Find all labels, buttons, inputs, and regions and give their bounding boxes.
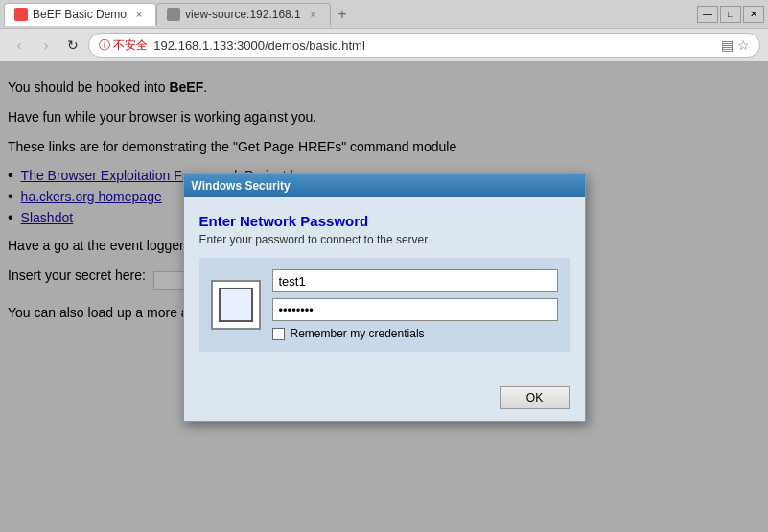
tab-label-2: view-source:192.168.1 — [185, 8, 301, 21]
remember-checkbox[interactable] — [272, 328, 285, 340]
username-input[interactable] — [272, 269, 558, 292]
dialog-content-area: Remember my credentials — [199, 258, 570, 352]
new-tab-button[interactable]: + — [331, 3, 354, 26]
modal-overlay: Windows Security Enter Network Password … — [0, 62, 768, 532]
security-dialog: Windows Security Enter Network Password … — [183, 173, 586, 422]
dialog-heading-prefix: Enter Network Password — [199, 213, 369, 229]
cast-icon[interactable]: ▤ — [721, 37, 733, 53]
security-icon: ⓘ — [99, 38, 110, 52]
checkbox-row: Remember my credentials — [272, 327, 558, 340]
tab-label-1: BeEF Basic Demo — [33, 8, 127, 21]
security-label: 不安全 — [113, 38, 148, 52]
url-icons: ▤ ☆ — [721, 37, 750, 53]
window-controls: — □ ✕ — [697, 6, 764, 23]
title-bar: BeEF Basic Demo × view-source:192.168.1 … — [0, 0, 768, 29]
url-bar[interactable]: ⓘ 不安全 192.168.1.133:3000/demos/basic.htm… — [88, 33, 760, 58]
password-input[interactable] — [272, 298, 558, 321]
tab-close-1[interactable]: × — [132, 9, 146, 20]
url-text: 192.168.1.133:3000/demos/basic.html — [153, 38, 715, 53]
tab-view-source[interactable]: view-source:192.168.1 × — [156, 3, 331, 26]
bookmark-icon[interactable]: ☆ — [737, 37, 750, 53]
tab-beef-basic-demo[interactable]: BeEF Basic Demo × — [4, 3, 156, 26]
dialog-body: Enter Network Password Enter your passwo… — [184, 197, 585, 379]
minimize-button[interactable]: — — [697, 6, 718, 23]
remember-label: Remember my credentials — [291, 327, 425, 340]
close-window-button[interactable]: ✕ — [743, 6, 764, 23]
security-indicator: ⓘ 不安全 — [99, 37, 148, 54]
tab-favicon — [14, 8, 28, 21]
dialog-fields: Remember my credentials — [272, 269, 558, 340]
back-button[interactable]: ‹ — [8, 34, 31, 57]
dialog-titlebar: Windows Security — [184, 174, 585, 197]
ok-button[interactable]: OK — [500, 386, 570, 409]
dialog-footer: OK — [184, 379, 585, 421]
dialog-subtext: Enter your password to connect to the se… — [199, 233, 570, 246]
tab-close-2[interactable]: × — [307, 9, 320, 20]
refresh-button[interactable]: ↻ — [61, 34, 84, 57]
page-content: You should be hooked into BeEF. Have fun… — [0, 62, 768, 532]
dialog-heading: Enter Network Password — [199, 213, 570, 229]
browser-chrome: BeEF Basic Demo × view-source:192.168.1 … — [0, 0, 768, 62]
dialog-title: Windows Security — [192, 179, 577, 193]
forward-button[interactable]: › — [35, 34, 58, 57]
dialog-icon — [211, 280, 261, 330]
maximize-button[interactable]: □ — [720, 6, 741, 23]
tab-favicon-2 — [167, 8, 180, 21]
dialog-icon-inner — [219, 288, 253, 322]
address-bar: ‹ › ↻ ⓘ 不安全 192.168.1.133:3000/demos/bas… — [0, 29, 768, 61]
